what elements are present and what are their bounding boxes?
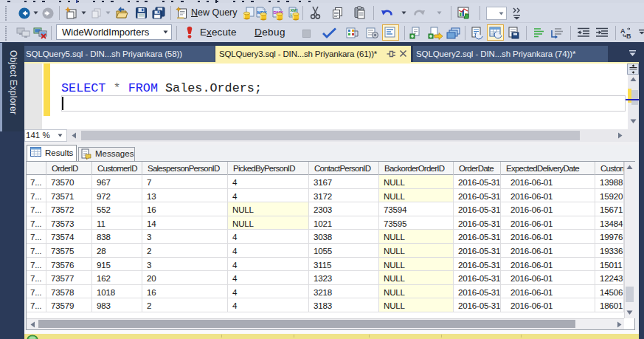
svg-text:A: A	[620, 27, 626, 35]
svg-text:B: B	[626, 32, 631, 40]
